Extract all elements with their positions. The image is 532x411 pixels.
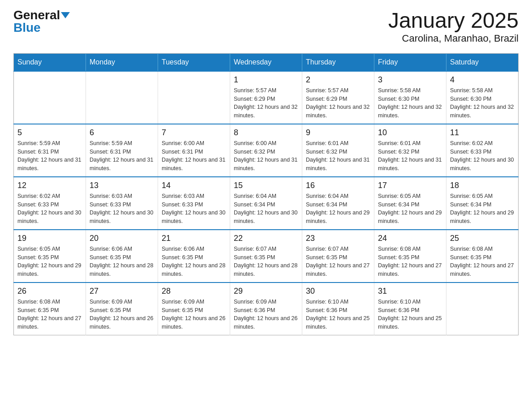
calendar-day-22: 22Sunrise: 6:07 AMSunset: 6:35 PMDayligh…	[230, 230, 302, 283]
logo: General Blue	[13, 9, 70, 34]
day-info: Sunrise: 6:06 AMSunset: 6:35 PMDaylight:…	[162, 245, 226, 278]
calendar-week-row: 12Sunrise: 6:02 AMSunset: 6:33 PMDayligh…	[14, 177, 519, 230]
day-info: Sunrise: 6:00 AMSunset: 6:31 PMDaylight:…	[162, 139, 226, 173]
day-number: 20	[90, 234, 154, 243]
day-number: 29	[234, 287, 298, 296]
day-info: Sunrise: 5:59 AMSunset: 6:31 PMDaylight:…	[90, 139, 154, 173]
day-info: Sunrise: 6:04 AMSunset: 6:34 PMDaylight:…	[234, 192, 298, 226]
calendar-header-tuesday: Tuesday	[158, 53, 230, 71]
day-number: 22	[234, 234, 298, 243]
logo-triangle-icon	[61, 12, 70, 18]
page-title: January 2025	[388, 9, 519, 33]
day-number: 18	[450, 181, 515, 190]
day-number: 11	[450, 128, 515, 137]
header: General Blue January 2025 Carolina, Mara…	[13, 9, 519, 44]
day-number: 24	[378, 234, 442, 243]
day-info: Sunrise: 5:57 AMSunset: 6:29 PMDaylight:…	[234, 86, 298, 120]
logo-blue-text: Blue	[13, 21, 41, 34]
day-number: 8	[234, 128, 298, 137]
calendar-day-14: 14Sunrise: 6:03 AMSunset: 6:33 PMDayligh…	[158, 177, 230, 230]
calendar-day-16: 16Sunrise: 6:04 AMSunset: 6:34 PMDayligh…	[302, 177, 374, 230]
calendar-day-1: 1Sunrise: 5:57 AMSunset: 6:29 PMDaylight…	[230, 71, 302, 124]
day-number: 31	[378, 287, 442, 296]
day-number: 30	[306, 287, 370, 296]
calendar-day-19: 19Sunrise: 6:05 AMSunset: 6:35 PMDayligh…	[14, 230, 86, 283]
day-number: 3	[378, 75, 442, 85]
day-number: 10	[378, 128, 442, 137]
calendar-empty-cell	[86, 71, 158, 124]
day-number: 4	[450, 75, 515, 85]
calendar-header-friday: Friday	[374, 53, 446, 71]
day-number: 25	[450, 234, 515, 243]
day-number: 2	[306, 75, 370, 85]
calendar-day-24: 24Sunrise: 6:08 AMSunset: 6:35 PMDayligh…	[374, 230, 446, 283]
day-info: Sunrise: 6:04 AMSunset: 6:34 PMDaylight:…	[306, 192, 370, 226]
day-info: Sunrise: 6:00 AMSunset: 6:32 PMDaylight:…	[234, 139, 298, 173]
day-info: Sunrise: 6:02 AMSunset: 6:33 PMDaylight:…	[450, 139, 515, 173]
day-info: Sunrise: 5:59 AMSunset: 6:31 PMDaylight:…	[17, 139, 82, 173]
day-number: 23	[306, 234, 370, 243]
calendar-header-monday: Monday	[86, 53, 158, 71]
day-number: 17	[378, 181, 442, 190]
calendar-week-row: 19Sunrise: 6:05 AMSunset: 6:35 PMDayligh…	[14, 230, 519, 283]
day-number: 16	[306, 181, 370, 190]
day-number: 7	[162, 128, 226, 137]
calendar-day-2: 2Sunrise: 5:57 AMSunset: 6:29 PMDaylight…	[302, 71, 374, 124]
day-number: 21	[162, 234, 226, 243]
day-info: Sunrise: 6:09 AMSunset: 6:36 PMDaylight:…	[234, 298, 298, 331]
calendar-day-29: 29Sunrise: 6:09 AMSunset: 6:36 PMDayligh…	[230, 283, 302, 335]
calendar-header-thursday: Thursday	[302, 53, 374, 71]
day-info: Sunrise: 5:57 AMSunset: 6:29 PMDaylight:…	[306, 86, 370, 120]
day-info: Sunrise: 6:02 AMSunset: 6:33 PMDaylight:…	[17, 192, 82, 226]
day-info: Sunrise: 6:03 AMSunset: 6:33 PMDaylight:…	[162, 192, 226, 226]
day-info: Sunrise: 6:10 AMSunset: 6:36 PMDaylight:…	[306, 298, 370, 331]
calendar-day-20: 20Sunrise: 6:06 AMSunset: 6:35 PMDayligh…	[86, 230, 158, 283]
day-info: Sunrise: 6:05 AMSunset: 6:34 PMDaylight:…	[450, 192, 515, 226]
calendar-empty-cell	[158, 71, 230, 124]
calendar-week-row: 26Sunrise: 6:08 AMSunset: 6:35 PMDayligh…	[14, 283, 519, 335]
calendar-header-sunday: Sunday	[14, 53, 86, 71]
day-number: 15	[234, 181, 298, 190]
day-info: Sunrise: 6:10 AMSunset: 6:36 PMDaylight:…	[378, 298, 442, 331]
calendar-week-row: 5Sunrise: 5:59 AMSunset: 6:31 PMDaylight…	[14, 124, 519, 177]
day-info: Sunrise: 6:01 AMSunset: 6:32 PMDaylight:…	[306, 139, 370, 173]
day-info: Sunrise: 6:06 AMSunset: 6:35 PMDaylight:…	[90, 245, 154, 278]
calendar-table: SundayMondayTuesdayWednesdayThursdayFrid…	[13, 53, 519, 335]
calendar-day-10: 10Sunrise: 6:01 AMSunset: 6:32 PMDayligh…	[374, 124, 446, 177]
calendar-day-15: 15Sunrise: 6:04 AMSunset: 6:34 PMDayligh…	[230, 177, 302, 230]
calendar-day-17: 17Sunrise: 6:05 AMSunset: 6:34 PMDayligh…	[374, 177, 446, 230]
calendar-day-23: 23Sunrise: 6:07 AMSunset: 6:35 PMDayligh…	[302, 230, 374, 283]
day-info: Sunrise: 5:58 AMSunset: 6:30 PMDaylight:…	[450, 86, 515, 120]
day-number: 14	[162, 181, 226, 190]
logo-general-text: General	[13, 9, 60, 21]
calendar-day-13: 13Sunrise: 6:03 AMSunset: 6:33 PMDayligh…	[86, 177, 158, 230]
calendar-empty-cell	[446, 283, 519, 335]
calendar-header-row: SundayMondayTuesdayWednesdayThursdayFrid…	[14, 53, 519, 71]
calendar-day-11: 11Sunrise: 6:02 AMSunset: 6:33 PMDayligh…	[446, 124, 519, 177]
day-number: 26	[17, 287, 82, 296]
calendar-day-9: 9Sunrise: 6:01 AMSunset: 6:32 PMDaylight…	[302, 124, 374, 177]
day-number: 1	[234, 75, 298, 85]
day-info: Sunrise: 6:07 AMSunset: 6:35 PMDaylight:…	[306, 245, 370, 278]
day-info: Sunrise: 6:05 AMSunset: 6:35 PMDaylight:…	[17, 245, 82, 278]
day-number: 19	[17, 234, 82, 243]
calendar-day-7: 7Sunrise: 6:00 AMSunset: 6:31 PMDaylight…	[158, 124, 230, 177]
calendar-day-21: 21Sunrise: 6:06 AMSunset: 6:35 PMDayligh…	[158, 230, 230, 283]
day-info: Sunrise: 6:09 AMSunset: 6:35 PMDaylight:…	[162, 298, 226, 331]
day-number: 9	[306, 128, 370, 137]
day-info: Sunrise: 5:58 AMSunset: 6:30 PMDaylight:…	[378, 86, 442, 120]
calendar-day-18: 18Sunrise: 6:05 AMSunset: 6:34 PMDayligh…	[446, 177, 519, 230]
day-info: Sunrise: 6:08 AMSunset: 6:35 PMDaylight:…	[17, 298, 82, 331]
calendar-day-6: 6Sunrise: 5:59 AMSunset: 6:31 PMDaylight…	[86, 124, 158, 177]
calendar-header-saturday: Saturday	[446, 53, 519, 71]
calendar-day-26: 26Sunrise: 6:08 AMSunset: 6:35 PMDayligh…	[14, 283, 86, 335]
calendar-day-30: 30Sunrise: 6:10 AMSunset: 6:36 PMDayligh…	[302, 283, 374, 335]
day-number: 28	[162, 287, 226, 296]
calendar-day-28: 28Sunrise: 6:09 AMSunset: 6:35 PMDayligh…	[158, 283, 230, 335]
calendar-day-3: 3Sunrise: 5:58 AMSunset: 6:30 PMDaylight…	[374, 71, 446, 124]
day-info: Sunrise: 6:08 AMSunset: 6:35 PMDaylight:…	[378, 245, 442, 278]
day-number: 27	[90, 287, 154, 296]
day-info: Sunrise: 6:08 AMSunset: 6:35 PMDaylight:…	[450, 245, 515, 278]
calendar-day-8: 8Sunrise: 6:00 AMSunset: 6:32 PMDaylight…	[230, 124, 302, 177]
calendar-day-12: 12Sunrise: 6:02 AMSunset: 6:33 PMDayligh…	[14, 177, 86, 230]
